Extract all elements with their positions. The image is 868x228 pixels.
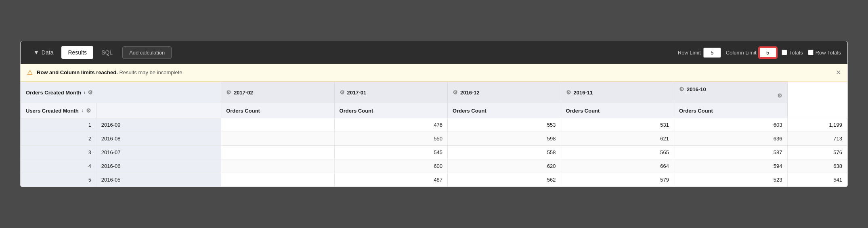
sub-col-empty (96, 103, 221, 118)
row-limit-label: Row Limit (678, 50, 701, 56)
row-label: 2016-06 (96, 159, 221, 173)
row-number: 5 (21, 173, 96, 187)
table-row: 42016-06600620664594638 (21, 159, 847, 173)
warning-banner: ⚠ Row and Column limits reached. Results… (21, 64, 847, 82)
data-cell: 664 (561, 159, 674, 173)
sub-col-orders-5: Orders Count (674, 103, 787, 118)
pivot-row-gear-icon[interactable]: ⚙ (88, 89, 93, 96)
toolbar: ▼ Data Results SQL Add calculation Row L… (21, 41, 847, 64)
row-number: 3 (21, 146, 96, 159)
col-limit-group: Column Limit (726, 47, 777, 58)
pivot-row-header: Orders Created Month (26, 90, 81, 96)
data-cell (221, 159, 334, 173)
col-gear-2017-02[interactable]: ⚙ (226, 89, 231, 96)
data-cell (221, 132, 334, 146)
warning-icon: ⚠ (27, 69, 33, 76)
warning-close-button[interactable]: ✕ (836, 69, 841, 76)
data-cell: 603 (674, 118, 787, 132)
tab-sql[interactable]: SQL (95, 46, 119, 59)
col-header-2016-11: ⚙ 2016-11 (561, 82, 674, 103)
tab-sql-label: SQL (101, 49, 113, 56)
row-label: 2016-07 (96, 146, 221, 159)
row-limit-input[interactable] (703, 48, 721, 58)
row-label: 2016-05 (96, 173, 221, 187)
tab-results[interactable]: Results (61, 46, 93, 59)
data-cell: 576 (787, 146, 847, 159)
data-cell: 620 (448, 159, 561, 173)
sub-col-orders-3: Orders Count (448, 103, 561, 118)
col-header-2017-02: ⚙ 2017-02 (221, 82, 334, 103)
table-body: 12016-094765535316031,19922016-085505986… (21, 118, 847, 187)
totals-label: Totals (789, 50, 803, 56)
tab-data-label: Data (42, 49, 54, 56)
data-cell: 558 (448, 146, 561, 159)
table-row: 22016-08550598621636713 (21, 132, 847, 146)
row-label: 2016-09 (96, 118, 221, 132)
totals-checkbox[interactable] (782, 50, 787, 55)
col-gear-2016-11[interactable]: ⚙ (566, 89, 571, 96)
data-cell: 531 (561, 118, 674, 132)
pivot-table: Orders Created Month ‹ ⚙ ⚙ 2017-02 (21, 82, 847, 187)
col-gear-2016-12[interactable]: ⚙ (453, 89, 458, 96)
col-gear-2016-10[interactable]: ⚙ (679, 86, 684, 92)
data-cell: 523 (674, 173, 787, 187)
toolbar-right: Row Limit Column Limit Totals Row Totals (678, 47, 841, 58)
col-gear-2017-01[interactable]: ⚙ (340, 89, 345, 96)
col-header-2017-01: ⚙ 2017-01 (334, 82, 447, 103)
tab-data[interactable]: ▼ Data (27, 46, 60, 59)
sub-sort-icon[interactable]: ↓ (81, 108, 84, 113)
data-cell (221, 146, 334, 159)
data-cell: 562 (448, 173, 561, 187)
data-cell: 600 (334, 159, 447, 173)
col-limit-label: Column Limit (726, 50, 757, 56)
data-cell: 565 (561, 146, 674, 159)
sub-header-row: Users Created Month ↓ ⚙ Orders Count Ord… (21, 103, 847, 118)
col-limit-input[interactable] (759, 47, 777, 58)
pivot-corner-cell: Orders Created Month ‹ ⚙ (21, 82, 221, 103)
data-cell: 541 (787, 173, 847, 187)
data-cell: 550 (334, 132, 447, 146)
warning-rest: Results may be incomplete (118, 69, 182, 75)
table-row: 52016-05487562579523541 (21, 173, 847, 187)
data-cell: 621 (561, 132, 674, 146)
sub-col-label: Users Created Month ↓ ⚙ (21, 103, 96, 118)
table-row: 12016-094765535316031,199 (21, 118, 847, 132)
row-totals-group: Row Totals (808, 50, 841, 56)
table-row: 32016-07545558565587576 (21, 146, 847, 159)
warning-bold: Row and Column limits reached. (37, 69, 118, 75)
pivot-col-header: Users Created Month (26, 108, 79, 114)
data-cell: 476 (334, 118, 447, 132)
table-container: Orders Created Month ‹ ⚙ ⚙ 2017-02 (21, 82, 847, 187)
row-number: 2 (21, 132, 96, 146)
data-cell: 713 (787, 132, 847, 146)
data-cell: 545 (334, 146, 447, 159)
row-label: 2016-08 (96, 132, 221, 146)
triangle-icon: ▼ (34, 49, 39, 56)
row-totals-checkbox[interactable] (808, 50, 813, 55)
col-header-2016-12: ⚙ 2016-12 (448, 82, 561, 103)
data-cell: 638 (787, 159, 847, 173)
data-cell: 598 (448, 132, 561, 146)
sub-col-orders-2: Orders Count (334, 103, 447, 118)
col-header-row: Orders Created Month ‹ ⚙ ⚙ 2017-02 (21, 82, 847, 103)
sub-gear-icon[interactable]: ⚙ (86, 107, 91, 114)
main-container: ▼ Data Results SQL Add calculation Row L… (20, 41, 848, 187)
row-limit-group: Row Limit (678, 48, 721, 58)
data-cell: 594 (674, 159, 787, 173)
data-cell (221, 118, 334, 132)
data-cell: 587 (674, 146, 787, 159)
row-number: 1 (21, 118, 96, 132)
sub-col-orders-4: Orders Count (561, 103, 674, 118)
totals-group: Totals (782, 50, 803, 56)
data-cell: 1,199 (787, 118, 847, 132)
add-calculation-button[interactable]: Add calculation (122, 46, 172, 59)
data-cell: 636 (674, 132, 787, 146)
data-cell: 487 (334, 173, 447, 187)
tab-results-label: Results (68, 49, 87, 56)
data-cell: 579 (561, 173, 674, 187)
col-header-2016-10: ⚙ 2016-10 ⚙ (674, 82, 787, 103)
pivot-sort-icon[interactable]: ‹ (84, 90, 85, 95)
row-totals-label: Row Totals (816, 50, 841, 56)
data-cell (221, 173, 334, 187)
col-last-gear-icon[interactable]: ⚙ (777, 92, 782, 99)
